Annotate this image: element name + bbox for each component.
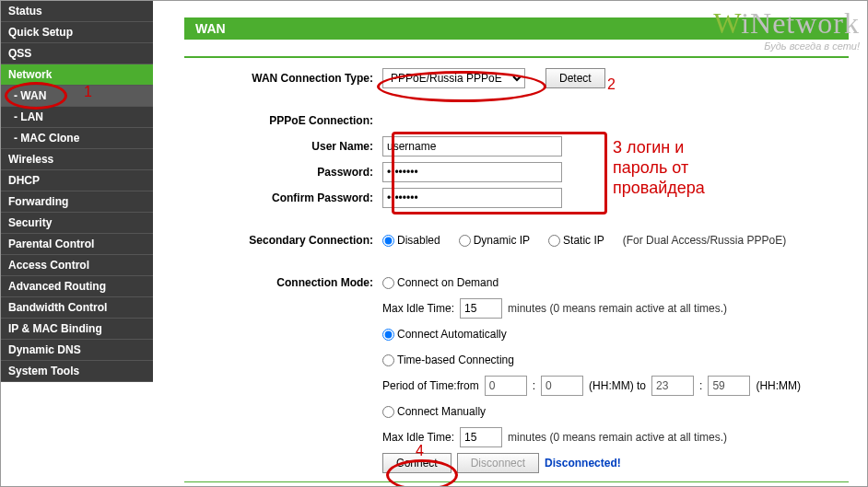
connection-status: Disconnected!: [545, 457, 621, 470]
sidebar-item--wan[interactable]: - WAN: [1, 86, 153, 107]
sidebar-item-access-control[interactable]: Access Control: [1, 255, 153, 276]
wan-conn-type-select[interactable]: PPPoE/Russia PPPoE: [382, 68, 525, 88]
content-pane: WAN WAN Connection Type: PPPoE/Russia PP…: [153, 1, 867, 486]
confirm-password-input[interactable]: [382, 188, 562, 208]
page-title: WAN: [184, 17, 849, 40]
sidebar-item-qss[interactable]: QSS: [1, 43, 153, 64]
password-label: Password:: [184, 166, 382, 179]
mode-on-demand-radio[interactable]: Connect on Demand: [382, 276, 499, 289]
period-from-h[interactable]: [485, 376, 527, 396]
idle-time-input-2[interactable]: [460, 427, 502, 447]
detect-button[interactable]: Detect: [545, 68, 605, 88]
pppoe-section-label: PPPoE Connection:: [184, 114, 382, 127]
sec-note: (For Dual Access/Russia PPPoE): [623, 234, 786, 247]
sec-dynamic-radio[interactable]: Dynamic IP: [459, 234, 530, 247]
conn-mode-label: Connection Mode:: [184, 276, 382, 289]
period-mid: (HH:MM) to: [589, 379, 646, 392]
sidebar-item-dhcp[interactable]: DHCP: [1, 170, 153, 191]
period-label: Period of Time:from: [382, 379, 479, 392]
mode-auto-radio[interactable]: Connect Automatically: [382, 328, 507, 341]
username-input[interactable]: [382, 136, 562, 157]
confirm-password-label: Confirm Password:: [184, 191, 382, 204]
sidebar-item-dynamic-dns[interactable]: Dynamic DNS: [1, 340, 153, 361]
sidebar: StatusQuick SetupQSSNetwork- WAN- LAN- M…: [1, 1, 153, 486]
wan-conn-type-label: WAN Connection Type:: [184, 72, 382, 85]
sidebar-item-bandwidth-control[interactable]: Bandwidth Control: [1, 297, 153, 319]
sidebar-item-network[interactable]: Network: [1, 64, 153, 86]
secondary-conn-label: Secondary Connection:: [184, 234, 382, 247]
sidebar-item--lan[interactable]: - LAN: [1, 107, 153, 128]
sidebar-item--mac-clone[interactable]: - MAC Clone: [1, 128, 153, 149]
disconnect-button[interactable]: Disconnect: [457, 453, 539, 473]
period-to-h[interactable]: [651, 376, 694, 396]
sidebar-item-quick-setup[interactable]: Quick Setup: [1, 22, 153, 43]
sec-disabled-radio[interactable]: Disabled: [382, 234, 440, 247]
mode-manual-radio[interactable]: Connect Manually: [382, 405, 486, 418]
period-from-m[interactable]: [541, 376, 583, 396]
sidebar-item-status[interactable]: Status: [1, 1, 153, 22]
password-input[interactable]: [382, 162, 562, 182]
sec-static-radio[interactable]: Static IP: [548, 234, 604, 247]
connect-button[interactable]: Connect: [382, 453, 452, 473]
sidebar-item-wireless[interactable]: Wireless: [1, 149, 153, 170]
mode-time-radio[interactable]: Time-based Connecting: [382, 354, 514, 366]
idle-label-2: Max Idle Time:: [382, 431, 454, 444]
idle-time-input[interactable]: [460, 298, 502, 319]
divider: [184, 56, 849, 58]
idle-note: minutes (0 means remain active at all ti…: [508, 302, 727, 315]
sidebar-item-advanced-routing[interactable]: Advanced Routing: [1, 276, 153, 297]
idle-note-2: minutes (0 means remain active at all ti…: [508, 431, 727, 444]
sidebar-item-forwarding[interactable]: Forwarding: [1, 191, 153, 213]
period-to-m[interactable]: [708, 376, 750, 396]
divider: [184, 481, 849, 482]
period-end: (HH:MM): [756, 379, 801, 392]
sidebar-item-ip-mac-binding[interactable]: IP & MAC Binding: [1, 319, 153, 340]
idle-label: Max Idle Time:: [382, 302, 454, 315]
sidebar-item-parental-control[interactable]: Parental Control: [1, 234, 153, 255]
username-label: User Name:: [184, 140, 382, 153]
sidebar-item-system-tools[interactable]: System Tools: [1, 361, 153, 382]
sidebar-item-security[interactable]: Security: [1, 213, 153, 234]
